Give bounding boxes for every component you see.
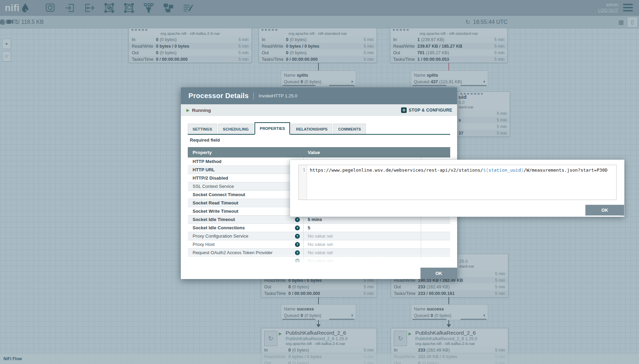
property-name: HTTP URL <box>188 166 304 174</box>
property-row-spacer <box>421 232 450 240</box>
property-name: Socket Connect Timeout <box>188 191 304 199</box>
property-row-spacer <box>421 240 450 248</box>
column-property: Property <box>188 150 304 155</box>
property-name: HTTP/2 Disabled <box>188 174 304 182</box>
gear-icon: ⚙ <box>401 107 407 113</box>
help-icon[interactable]: ? <box>295 234 300 239</box>
column-value: Value <box>304 150 320 155</box>
help-icon[interactable]: ? <box>295 217 300 222</box>
tab-comments[interactable]: COMMENTS <box>333 124 366 134</box>
property-row: Proxy Configuration Service?No value set <box>188 232 450 240</box>
el-open: ${ <box>483 167 489 173</box>
editor-ok-button[interactable]: OK <box>585 205 624 215</box>
help-icon[interactable]: ? <box>295 242 300 247</box>
running-icon: ▶ <box>186 108 189 113</box>
property-name: Socket Write Timeout <box>188 207 304 215</box>
stop-and-configure-label: STOP & CONFIGURE <box>409 108 452 113</box>
property-name: Socket Idle Timeout? <box>188 215 304 223</box>
table-fade <box>188 253 450 265</box>
property-row-spacer <box>421 224 450 232</box>
property-value[interactable]: No value set <box>304 232 421 240</box>
line-number: 1 <box>299 165 307 200</box>
tab-scheduling[interactable]: SCHEDULING <box>218 124 254 134</box>
required-field-label: Required field <box>190 137 220 143</box>
value-editor-text[interactable]: https://www.pegelonline.wsv.de/webservic… <box>307 165 616 200</box>
dialog-header: Processor Details InvokeHTTP 1.25.0 <box>181 87 457 104</box>
dialog-subtitle: InvokeHTTP 1.25.0 <box>253 93 297 99</box>
property-name: Proxy Configuration Service? <box>188 232 304 240</box>
value-editor-popup: 1 https://www.pegelonline.wsv.de/webserv… <box>290 160 624 217</box>
help-icon[interactable]: ? <box>295 226 300 230</box>
property-row: Proxy Host?No value set <box>188 240 450 249</box>
dialog-ok-button[interactable]: OK <box>420 268 457 279</box>
property-name: Socket Idle Connections? <box>188 224 304 232</box>
tab-properties[interactable]: PROPERTIES <box>254 122 290 135</box>
stop-and-configure-button[interactable]: ⚙ STOP & CONFIGURE <box>401 107 452 113</box>
property-name: Socket Read Timeout <box>188 199 304 207</box>
nifi-app: nifi admin LOG OUT ❖1 / 1⠿0≣447 / 118.5 … <box>0 0 639 364</box>
property-row: Socket Idle Connections?5 <box>188 224 450 232</box>
processor-state: Running <box>192 108 211 113</box>
properties-table-header: Property Value <box>188 147 450 157</box>
value-editor[interactable]: 1 https://www.pegelonline.wsv.de/webserv… <box>298 165 617 200</box>
property-name: Proxy Host? <box>188 240 304 248</box>
el-variable: station_uuid <box>489 167 521 173</box>
property-value[interactable]: 5 <box>304 224 421 232</box>
property-name: HTTP Method <box>188 157 304 165</box>
property-name: SSL Context Service <box>188 182 304 190</box>
tab-settings[interactable]: SETTINGS <box>188 124 217 134</box>
dialog-tabs: SETTINGSSCHEDULINGPROPERTIESRELATIONSHIP… <box>188 122 450 135</box>
tab-relationships[interactable]: RELATIONSHIPS <box>291 124 332 134</box>
property-value[interactable]: No value set <box>304 240 421 248</box>
url-suffix: /W/measurements.json?start=P30D <box>524 167 608 173</box>
url-prefix: https://www.pegelonline.wsv.de/webservic… <box>310 167 483 173</box>
dialog-state-bar: ▶ Running ⚙ STOP & CONFIGURE <box>181 104 457 116</box>
dialog-title: Processor Details <box>188 92 249 100</box>
